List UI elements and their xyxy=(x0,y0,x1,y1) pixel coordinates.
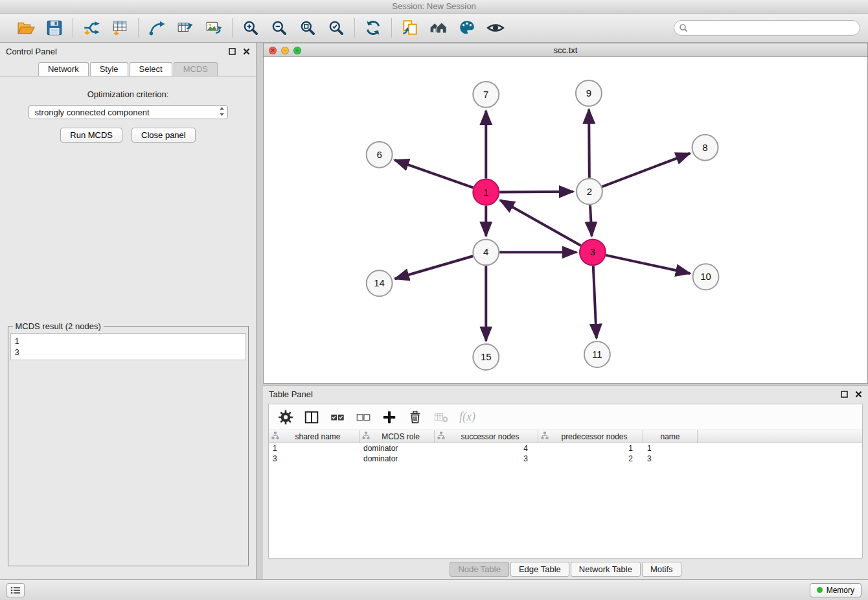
close-window-icon[interactable]: ✕ xyxy=(269,47,277,54)
open-session-button[interactable] xyxy=(16,17,36,38)
cell-name[interactable]: 3 xyxy=(643,454,698,463)
add-row-button[interactable] xyxy=(382,410,397,425)
graph-edge[interactable] xyxy=(499,192,573,192)
graph-edge[interactable] xyxy=(500,200,581,246)
cell-successor-nodes[interactable]: 4 xyxy=(435,444,538,453)
graph-node[interactable]: 4 xyxy=(473,239,499,265)
column-header-mcds-role[interactable]: MCDS role xyxy=(360,430,435,443)
graph-node[interactable]: 9 xyxy=(576,80,602,106)
search-input[interactable] xyxy=(674,20,860,36)
cell-mcds-role[interactable]: dominator xyxy=(360,454,435,463)
show-panels-button[interactable] xyxy=(6,583,25,597)
minimize-window-icon[interactable]: − xyxy=(281,47,289,54)
graph-node[interactable]: 3 xyxy=(580,239,606,265)
window-title: Session: New Session xyxy=(392,1,475,11)
tab-mcds[interactable]: MCDS xyxy=(174,62,218,76)
show-column-button[interactable] xyxy=(304,410,319,425)
apply-style-button[interactable] xyxy=(457,17,477,38)
result-line: 3 xyxy=(15,347,242,358)
open-folder-icon xyxy=(17,19,35,37)
attribute-icon xyxy=(437,432,445,441)
refresh-layout-button[interactable] xyxy=(363,17,383,38)
table-row[interactable]: 1 dominator 4 1 1 xyxy=(269,443,862,454)
graph-edge[interactable] xyxy=(593,266,597,338)
graph-edge[interactable] xyxy=(394,160,473,188)
graph-node[interactable]: 8 xyxy=(692,135,718,161)
maximize-window-icon[interactable]: + xyxy=(293,47,301,54)
float-table-panel-icon[interactable] xyxy=(841,391,848,398)
delete-row-button[interactable] xyxy=(407,410,423,425)
cell-shared-name[interactable]: 3 xyxy=(269,454,360,463)
export-image-icon xyxy=(205,19,223,37)
save-session-button[interactable] xyxy=(44,17,65,38)
table-panel: Table Panel xyxy=(263,385,868,579)
tab-network[interactable]: Network xyxy=(38,62,89,76)
import-table-button[interactable] xyxy=(109,17,130,38)
graph-node-label: 14 xyxy=(374,277,385,288)
tab-motifs[interactable]: Motifs xyxy=(642,562,681,577)
graph-edge[interactable] xyxy=(589,110,589,178)
graph-edge[interactable] xyxy=(606,255,690,273)
zoom-fit-button[interactable] xyxy=(297,17,318,38)
cell-shared-name[interactable]: 1 xyxy=(269,444,360,453)
layout-home-button[interactable] xyxy=(428,17,449,38)
table-settings-button[interactable] xyxy=(278,410,293,425)
graph-node[interactable]: 1 xyxy=(473,179,499,205)
cell-mcds-role[interactable]: dominator xyxy=(360,444,435,453)
float-panel-icon[interactable] xyxy=(229,48,236,55)
graph-node[interactable]: 14 xyxy=(367,270,393,296)
graph-node[interactable]: 15 xyxy=(473,344,499,370)
graph-node-label: 2 xyxy=(587,186,592,197)
tab-select[interactable]: Select xyxy=(130,62,172,76)
column-header-name[interactable]: name xyxy=(643,430,698,443)
import-network-button[interactable] xyxy=(81,17,102,38)
graph-edge[interactable] xyxy=(602,154,690,187)
run-mcds-button[interactable]: Run MCDS xyxy=(60,128,122,143)
delete-column-button[interactable] xyxy=(433,410,449,425)
zoom-out-button[interactable] xyxy=(269,17,290,38)
column-header-shared-name[interactable]: shared name xyxy=(269,430,360,443)
column-header-predecessor-nodes[interactable]: predecessor nodes xyxy=(538,430,643,443)
result-line: 1 xyxy=(15,336,242,347)
home-icon xyxy=(429,19,448,37)
export-table-button[interactable] xyxy=(175,17,196,38)
mcds-result-list[interactable]: 1 3 xyxy=(10,333,246,360)
network-canvas[interactable]: 7968124314101511 xyxy=(264,57,867,383)
tab-node-table[interactable]: Node Table xyxy=(450,562,509,577)
tab-network-table[interactable]: Network Table xyxy=(571,562,641,577)
deselect-all-button[interactable] xyxy=(356,410,371,425)
graph-node[interactable]: 2 xyxy=(577,179,602,205)
tab-edge-table[interactable]: Edge Table xyxy=(510,562,569,577)
select-all-button[interactable] xyxy=(330,410,345,425)
show-hide-button[interactable] xyxy=(485,17,506,38)
cell-successor-nodes[interactable]: 3 xyxy=(435,454,538,463)
export-image-button[interactable] xyxy=(203,17,224,38)
graph-node[interactable]: 11 xyxy=(584,341,610,367)
cell-name[interactable]: 1 xyxy=(643,444,698,453)
table-row[interactable]: 3 dominator 3 2 3 xyxy=(269,454,862,464)
graph-edge[interactable] xyxy=(395,256,474,279)
graph-edge[interactable] xyxy=(590,205,592,237)
criterion-select[interactable]: strongly connected component xyxy=(29,105,228,119)
tab-style[interactable]: Style xyxy=(90,62,128,76)
cell-predecessor-nodes[interactable]: 1 xyxy=(538,444,643,453)
graph-node[interactable]: 7 xyxy=(473,82,499,108)
deselect-all-icon xyxy=(356,410,371,425)
cell-predecessor-nodes[interactable]: 2 xyxy=(538,454,643,463)
network-window-titlebar[interactable]: ✕ − + scc.txt xyxy=(264,43,867,57)
graph-node[interactable]: 6 xyxy=(367,142,393,168)
memory-button[interactable]: Memory xyxy=(810,583,862,597)
close-panel-icon[interactable] xyxy=(243,48,250,55)
column-header-successor-nodes[interactable]: successor nodes xyxy=(435,430,538,443)
refresh-icon xyxy=(364,19,382,37)
graph-node[interactable]: 10 xyxy=(693,264,719,290)
zoom-in-button[interactable] xyxy=(240,17,261,38)
close-panel-button[interactable]: Close panel xyxy=(131,128,196,143)
function-builder-button[interactable]: f(x) xyxy=(459,410,475,424)
zoom-selected-button[interactable] xyxy=(326,17,347,38)
clone-network-icon xyxy=(401,19,419,37)
clone-network-button[interactable] xyxy=(400,17,420,38)
export-network-button[interactable] xyxy=(146,17,167,38)
graph-node-label: 7 xyxy=(483,89,488,100)
close-table-panel-icon[interactable] xyxy=(855,391,862,398)
